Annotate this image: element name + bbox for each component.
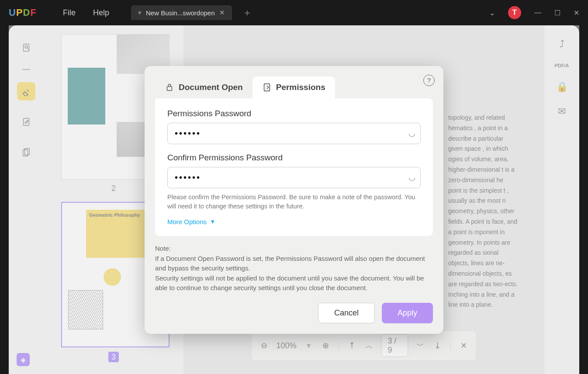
note-title: Note: (155, 244, 433, 254)
confirm-password-label: Confirm Permissions Password (167, 153, 421, 163)
dialog-tabs: Document Open Permissions (155, 76, 433, 98)
menu-file[interactable]: File (63, 8, 76, 17)
help-icon[interactable]: ? (423, 75, 435, 86)
note-line: If a Document Open Password is set, the … (155, 254, 433, 274)
note-line: Security settings will not be applied to… (155, 274, 433, 293)
tab-dropdown-icon[interactable]: ▾ (138, 9, 142, 17)
menu-help[interactable]: Help (93, 8, 109, 17)
permissions-password-label: Permissions Password (167, 109, 421, 118)
tab-label: Permissions (276, 83, 325, 92)
maximize-button[interactable]: ☐ (554, 9, 560, 17)
app-logo: UPDF (9, 7, 37, 18)
dialog-actions: Cancel Apply (155, 303, 433, 323)
user-avatar[interactable]: T (508, 6, 521, 19)
minimize-button[interactable]: — (534, 9, 541, 17)
permissions-panel: Permissions Password ◡ Confirm Permissio… (155, 98, 433, 236)
password-hint: Please confirm the Permissions Password.… (167, 193, 421, 212)
permissions-password-input[interactable] (167, 123, 421, 144)
confirm-password-input[interactable] (167, 167, 421, 188)
chevron-down-icon[interactable]: ⌄ (489, 9, 495, 17)
close-button[interactable]: ✕ (574, 9, 579, 17)
tab-label: Document Open (179, 83, 243, 92)
svg-rect-6 (167, 87, 172, 90)
cancel-button[interactable]: Cancel (318, 303, 375, 323)
permissions-icon (262, 83, 272, 92)
encrypt-dialog: ? Document Open Permissions Permissions … (145, 66, 443, 334)
show-password-icon[interactable]: ◡ (408, 173, 415, 182)
main-menu: File Help (63, 8, 109, 17)
show-password-icon[interactable]: ◡ (408, 128, 415, 138)
workspace: 2 Geometric Philosophy 3 topology, and r… (9, 25, 579, 374)
title-bar: UPDF File Help ▾ New Busin...swordopen ✕… (0, 0, 588, 25)
note-block: Note: If a Document Open Password is set… (155, 244, 433, 293)
lock-icon (165, 83, 174, 92)
tab-document-open[interactable]: Document Open (155, 76, 252, 98)
tab-title: New Busin...swordopen (146, 9, 215, 17)
apply-button[interactable]: Apply (382, 303, 433, 323)
tab-close-icon[interactable]: ✕ (219, 9, 225, 17)
tab-permissions[interactable]: Permissions (252, 76, 335, 98)
document-tab[interactable]: ▾ New Busin...swordopen ✕ (131, 5, 232, 20)
tab-bar: ▾ New Busin...swordopen ✕ ＋ (131, 5, 252, 20)
new-tab-button[interactable]: ＋ (242, 6, 252, 19)
modal-overlay: ? Document Open Permissions Permissions … (9, 25, 579, 374)
chevron-down-icon: ▾ (211, 218, 214, 225)
more-options-link[interactable]: More Options ▾ (167, 218, 421, 225)
